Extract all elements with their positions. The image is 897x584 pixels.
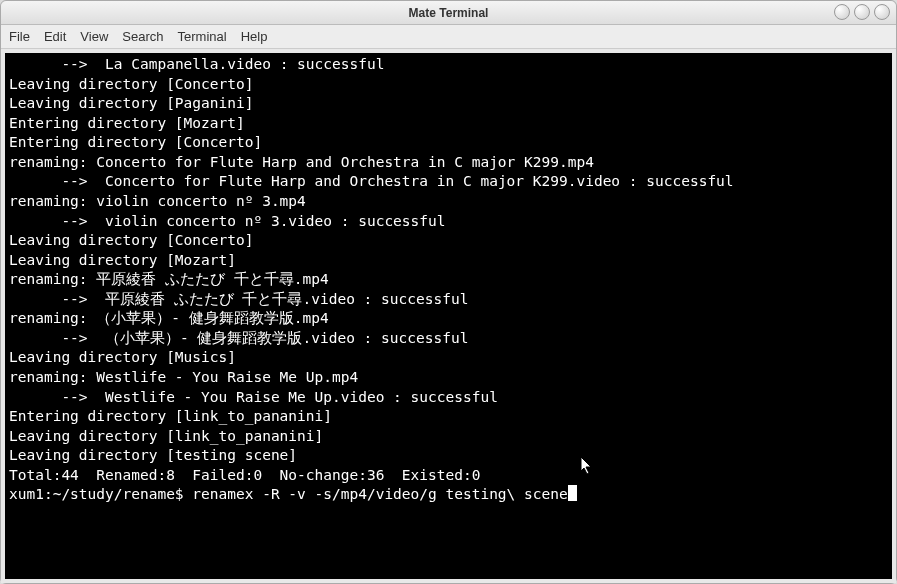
command-input[interactable]: renamex -R -v -s/mp4/video/g testing\ sc… (192, 486, 567, 502)
terminal-line: renaming: （小苹果）- 健身舞蹈教学版.mp4 (9, 309, 888, 329)
terminal-output[interactable]: --> La Campanella.video : successfulLeav… (5, 53, 892, 579)
terminal-line: --> （小苹果）- 健身舞蹈教学版.video : successful (9, 329, 888, 349)
menu-terminal[interactable]: Terminal (178, 29, 227, 44)
terminal-line: Leaving directory [Mozart] (9, 251, 888, 271)
terminal-line: --> La Campanella.video : successful (9, 55, 888, 75)
menubar: File Edit View Search Terminal Help (1, 25, 896, 49)
terminal-line: Leaving directory [testing scene] (9, 446, 888, 466)
terminal-line: Entering directory [Concerto] (9, 133, 888, 153)
menu-file[interactable]: File (9, 29, 30, 44)
terminal-line: renaming: 平原綾香 ふたたび 千と千尋.mp4 (9, 270, 888, 290)
terminal-line: --> 平原綾香 ふたたび 千と千尋.video : successful (9, 290, 888, 310)
menu-search[interactable]: Search (122, 29, 163, 44)
terminal-line: renaming: violin concerto nº 3.mp4 (9, 192, 888, 212)
close-button[interactable] (874, 4, 890, 20)
terminal-line: --> Concerto for Flute Harp and Orchestr… (9, 172, 888, 192)
prompt-line[interactable]: xum1:~/study/rename$ renamex -R -v -s/mp… (9, 485, 888, 505)
terminal-line: Leaving directory [Paganini] (9, 94, 888, 114)
terminal-line: Entering directory [Mozart] (9, 114, 888, 134)
menu-view[interactable]: View (80, 29, 108, 44)
terminal-line: Leaving directory [Concerto] (9, 75, 888, 95)
terminal-frame: --> La Campanella.video : successfulLeav… (1, 49, 896, 583)
terminal-window: Mate Terminal File Edit View Search Term… (0, 0, 897, 584)
prompt-text: xum1:~/study/rename$ (9, 486, 192, 502)
terminal-line: renaming: Westlife - You Raise Me Up.mp4 (9, 368, 888, 388)
terminal-line: Total:44 Renamed:8 Failed:0 No-change:36… (9, 466, 888, 486)
terminal-line: renaming: Concerto for Flute Harp and Or… (9, 153, 888, 173)
terminal-line: Entering directory [link_to_pananini] (9, 407, 888, 427)
terminal-line: Leaving directory [Musics] (9, 348, 888, 368)
menu-help[interactable]: Help (241, 29, 268, 44)
minimize-button[interactable] (834, 4, 850, 20)
terminal-line: Leaving directory [link_to_pananini] (9, 427, 888, 447)
titlebar[interactable]: Mate Terminal (1, 1, 896, 25)
maximize-button[interactable] (854, 4, 870, 20)
terminal-line: Leaving directory [Concerto] (9, 231, 888, 251)
text-cursor (568, 485, 577, 501)
terminal-line: --> Westlife - You Raise Me Up.video : s… (9, 388, 888, 408)
window-controls (834, 4, 890, 20)
terminal-line: --> violin concerto nº 3.video : success… (9, 212, 888, 232)
menu-edit[interactable]: Edit (44, 29, 66, 44)
window-title: Mate Terminal (409, 6, 489, 20)
